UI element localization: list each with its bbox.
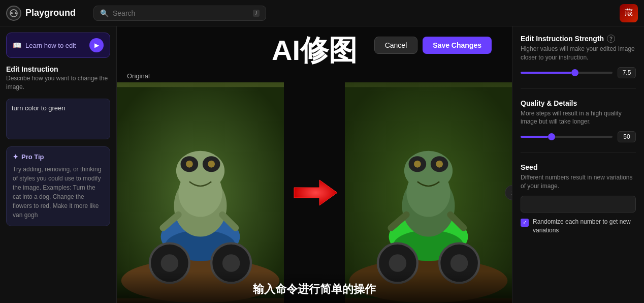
edit-instruction-section: Edit Instruction Describe how you want t… [6, 65, 110, 92]
main-layout: 📖 Learn how to edit ▶ Edit Instruction D… [0, 26, 644, 303]
pro-tip-title: Pro Tip [21, 153, 44, 161]
strength-slider-container: 7.5 [521, 67, 636, 78]
image-canvas: › 输入命令进行简单的操作 [117, 82, 512, 303]
quality-slider-fill [521, 136, 548, 138]
seed-input[interactable] [521, 196, 636, 213]
strength-slider-thumb[interactable] [571, 69, 578, 76]
svg-point-28 [450, 254, 468, 272]
play-button[interactable]: ▶ [89, 38, 104, 52]
strength-slider-fill [521, 72, 571, 74]
strength-section: Edit Instruction Strength ? Higher value… [521, 35, 636, 78]
action-buttons: Cancel Save Changes [374, 37, 492, 54]
randomize-checkbox[interactable]: ✓ [521, 219, 529, 227]
header: Playground 🔍 / 蔵 [0, 0, 644, 26]
seed-desc: Different numbers result in new variatio… [521, 173, 636, 191]
user-avatar[interactable]: 蔵 [620, 4, 638, 22]
edit-instruction-input[interactable]: turn color to green [6, 99, 110, 139]
original-image [117, 82, 284, 303]
svg-point-17 [208, 161, 215, 168]
right-panel: Edit Instruction Strength ? Higher value… [512, 26, 644, 303]
learn-how-to-edit-button[interactable]: 📖 Learn how to edit ▶ [6, 33, 110, 58]
pro-tip-text: Try adding, removing, or thinking of sty… [13, 165, 104, 220]
quality-title: Quality & Details [521, 99, 577, 107]
logo-area: Playground [6, 6, 87, 21]
svg-point-8 [161, 254, 179, 272]
svg-point-26 [389, 254, 407, 272]
divider-1 [521, 88, 636, 89]
strength-value: 7.5 [618, 67, 636, 78]
logo-text: Playground [25, 8, 76, 18]
save-changes-button[interactable]: Save Changes [423, 37, 492, 54]
strength-desc: Higher values will make your edited imag… [521, 45, 636, 62]
logo-icon [6, 6, 21, 21]
quality-slider-track[interactable] [521, 136, 613, 138]
svg-point-31 [404, 151, 453, 191]
strength-slider-track[interactable] [521, 72, 613, 74]
svg-point-2 [15, 12, 17, 14]
edit-instruction-title: Edit Instruction [6, 65, 110, 73]
comparison-arrow [284, 82, 345, 303]
strength-info-icon[interactable]: ? [607, 35, 615, 43]
quality-value: 50 [618, 131, 636, 142]
left-sidebar: 📖 Learn how to edit ▶ Edit Instruction D… [0, 26, 117, 303]
search-bar[interactable]: 🔍 / [93, 6, 266, 21]
pro-tip-box: ✦ Pro Tip Try adding, removing, or think… [6, 146, 110, 226]
quality-section: Quality & Details More steps will result… [521, 99, 636, 143]
play-icon: ▶ [94, 42, 99, 49]
divider-2 [521, 153, 636, 153]
learn-btn-label: Learn how to edit [25, 42, 76, 49]
svg-point-10 [222, 254, 240, 272]
cancel-button[interactable]: Cancel [374, 37, 418, 54]
svg-marker-20 [294, 180, 337, 205]
bottom-caption: 输入命令进行简单的操作 [117, 271, 512, 303]
strength-title: Edit Instruction Strength [521, 35, 604, 43]
original-label: Original [127, 72, 150, 80]
svg-point-16 [186, 161, 193, 168]
center-content: AI修图 Cancel Save Changes Original [117, 26, 512, 303]
edited-image [345, 82, 512, 303]
edit-instruction-desc: Describe how you want to change the imag… [6, 74, 110, 92]
svg-point-35 [436, 161, 443, 168]
randomize-label: Randomize each number to get new variati… [533, 218, 636, 235]
seed-section: Seed Different numbers result in new var… [521, 163, 636, 234]
svg-point-13 [176, 151, 224, 191]
image-area: › 输入命令进行简单的操作 [117, 82, 512, 303]
seed-title: Seed [521, 163, 537, 171]
search-shortcut: / [253, 10, 260, 17]
search-input[interactable] [113, 9, 249, 17]
header-right: 蔵 [620, 4, 638, 22]
svg-point-34 [414, 161, 421, 168]
quality-slider-thumb[interactable] [548, 133, 555, 140]
book-icon: 📖 [13, 41, 21, 49]
quality-slider-container: 50 [521, 131, 636, 142]
quality-desc: More steps will result in a high quality… [521, 109, 636, 127]
svg-point-1 [11, 12, 13, 14]
randomize-row: ✓ Randomize each number to get new varia… [521, 218, 636, 235]
star-icon: ✦ [13, 153, 18, 161]
search-icon: 🔍 [100, 9, 109, 17]
